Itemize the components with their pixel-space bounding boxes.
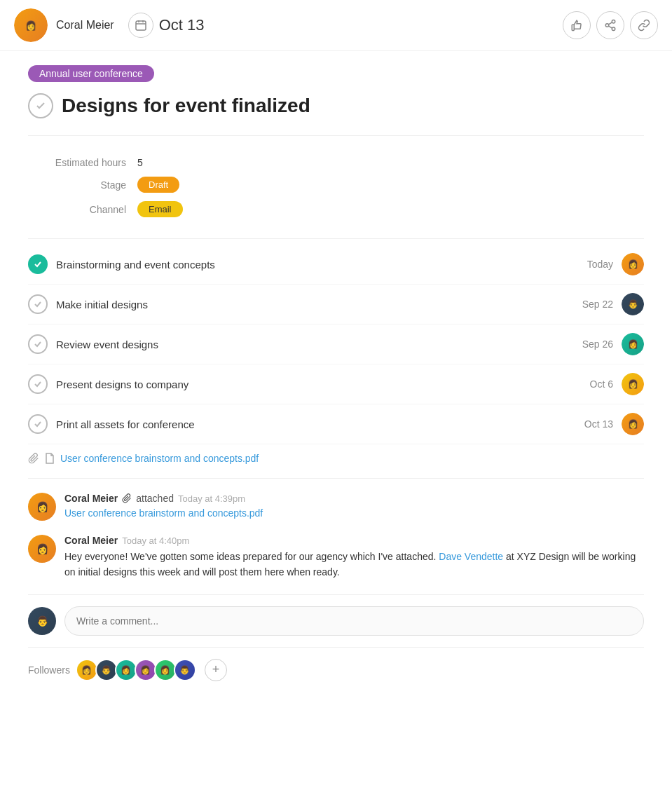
svg-point-9 (612, 27, 615, 31)
attachment-link[interactable]: User conference brainstorm and concepts.… (60, 453, 259, 464)
activity-user-name-1: Coral Meier (64, 535, 118, 546)
subtask-name-4: Print all assets for conference (56, 418, 584, 430)
followers-avatars: 👩 👨 👩 👩 👩 👨 (78, 659, 196, 681)
share-button[interactable] (596, 11, 624, 39)
follower-avatar-5[interactable]: 👨 (174, 659, 196, 681)
comment-input[interactable] (64, 606, 644, 636)
main-content: Annual user conference Designs for event… (0, 51, 672, 706)
subtask-name-0: Brainstorming and event concepts (56, 259, 587, 271)
user-avatar[interactable]: 👩 (14, 8, 48, 42)
meta-section: Estimated hours 5 Stage Draft Channel Em… (28, 142, 644, 233)
subtasks-section: Brainstorming and event concepts Today 👩… (28, 245, 644, 472)
activity-time-0: Today at 4:39pm (178, 493, 245, 504)
subtask-check-0[interactable] (28, 254, 48, 274)
header-user-name: Coral Meier (56, 19, 114, 32)
subtask-name-3: Present designs to company (56, 378, 590, 390)
header: 👩 Coral Meier Oct 13 (0, 0, 672, 51)
subtask-avatar-3: 👩 (622, 373, 644, 395)
activity-user-name-0: Coral Meier (64, 493, 118, 504)
paperclip-icon (28, 453, 39, 464)
activity-attachment-link[interactable]: User conference brainstorm and concepts.… (64, 507, 263, 519)
table-row: Make initial designs Sep 22 👨 (28, 285, 644, 325)
activity-header-0: Coral Meier attached Today at 4:39pm (64, 493, 644, 504)
meta-divider (28, 238, 644, 239)
subtask-check-2[interactable] (28, 334, 48, 354)
activity-content-0: Coral Meier attached Today at 4:39pm Use… (64, 493, 644, 521)
stage-label: Stage (28, 179, 126, 191)
table-row: Print all assets for conference Oct 13 👩 (28, 404, 644, 444)
subtask-avatar-0: 👩 (622, 253, 644, 275)
svg-line-11 (608, 22, 612, 25)
stage-badge[interactable]: Draft (137, 177, 179, 193)
activity-avatar-0: 👩 (28, 493, 56, 521)
followers-label: Followers (28, 664, 70, 676)
subtask-check-4[interactable] (28, 414, 48, 434)
subtask-name-1: Make initial designs (56, 299, 582, 310)
activity-text-1: Hey everyone! We've gotten some ideas pr… (64, 549, 644, 580)
subtask-date-1: Sep 22 (582, 299, 613, 310)
add-follower-button[interactable]: + (205, 659, 227, 681)
activity-action-0: attached (136, 493, 174, 504)
subtask-check-3[interactable] (28, 374, 48, 394)
activity-section: 👩 Coral Meier attached Today at 4:39pm U… (28, 478, 644, 580)
estimated-hours-row: Estimated hours 5 (28, 153, 644, 172)
activity-item-1: 👩 Coral Meier Today at 4:40pm Hey everyo… (28, 535, 644, 580)
channel-row: Channel Email (28, 197, 644, 221)
estimated-hours-value: 5 (137, 157, 143, 168)
activity-time-1: Today at 4:40pm (122, 535, 189, 546)
like-button[interactable] (563, 11, 591, 39)
attachment-row: User conference brainstorm and concepts.… (28, 444, 644, 472)
commenter-avatar: 👨 (28, 607, 56, 635)
title-divider (28, 135, 644, 136)
channel-badge[interactable]: Email (137, 201, 183, 217)
svg-line-10 (608, 26, 612, 28)
subtask-name-2: Review event designs (56, 339, 582, 350)
link-button[interactable] (630, 11, 658, 39)
table-row: Present designs to company Oct 6 👩 (28, 364, 644, 404)
task-complete-icon[interactable] (28, 93, 53, 118)
header-date-section: Oct 13 (128, 13, 205, 38)
subtask-avatar-2: 👩 (622, 333, 644, 355)
channel-label: Channel (28, 204, 126, 215)
table-row: Review event designs Sep 26 👩 (28, 325, 644, 364)
title-row: Designs for event finalized (28, 93, 644, 118)
svg-rect-0 (136, 21, 146, 30)
mention-link[interactable]: Dave Vendette (439, 551, 503, 562)
header-date: Oct 13 (159, 16, 205, 34)
svg-point-7 (612, 20, 615, 24)
project-tag[interactable]: Annual user conference (28, 65, 154, 82)
attachment-indicator-icon (122, 493, 132, 503)
subtask-avatar-1: 👨 (622, 293, 644, 315)
subtask-avatar-4: 👩 (622, 413, 644, 435)
comment-section: 👨 (28, 594, 644, 647)
header-actions (563, 11, 658, 39)
subtask-date-2: Sep 26 (582, 339, 613, 350)
activity-item-0: 👩 Coral Meier attached Today at 4:39pm U… (28, 493, 644, 521)
followers-section: Followers 👩 👨 👩 👩 👩 👨 + (28, 647, 644, 692)
table-row: Brainstorming and event concepts Today 👩 (28, 245, 644, 285)
activity-content-1: Coral Meier Today at 4:40pm Hey everyone… (64, 535, 644, 580)
subtask-date-3: Oct 6 (590, 378, 613, 390)
subtask-check-1[interactable] (28, 294, 48, 314)
estimated-hours-label: Estimated hours (28, 157, 126, 168)
activity-avatar-1: 👩 (28, 535, 56, 563)
subtask-date-4: Oct 13 (584, 418, 613, 430)
subtask-date-0: Today (587, 259, 613, 270)
activity-header-1: Coral Meier Today at 4:40pm (64, 535, 644, 546)
calendar-icon-button[interactable] (128, 13, 153, 38)
file-icon (45, 453, 55, 464)
task-title: Designs for event finalized (62, 95, 310, 117)
svg-point-8 (605, 24, 609, 27)
stage-row: Stage Draft (28, 172, 644, 197)
